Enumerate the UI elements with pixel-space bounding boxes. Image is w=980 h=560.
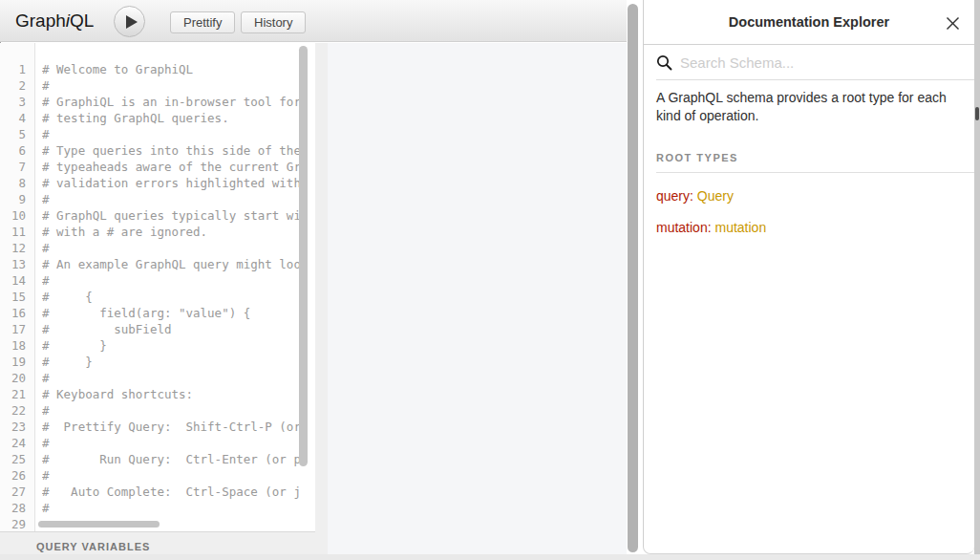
line-number: 25 [0,451,34,467]
editor-line[interactable]: # Keyboard shortcuts: [42,386,299,402]
line-number: 17 [0,321,34,337]
play-icon [126,15,138,29]
prettify-button[interactable]: Prettify [170,11,235,33]
line-number: 28 [0,500,34,516]
editor-line[interactable]: # Welcome to GraphiQL [42,61,299,77]
line-number: 14 [0,272,34,289]
editor-vertical-scrollbar[interactable] [299,46,308,466]
editor-line[interactable]: # [42,435,299,451]
toolbar: GraphiQL Prettify History [0,0,627,42]
line-number: 23 [0,419,34,435]
editor-line[interactable]: # validation errors highlighted within t… [42,175,299,191]
line-number: 11 [0,224,34,240]
query-editor-content[interactable]: # Welcome to GraphiQL## GraphiQL is an i… [42,43,299,531]
editor-line[interactable]: # typeaheads aware of the current GraphQ… [42,159,299,175]
page-scrollbar-thumb[interactable] [628,4,638,552]
editor-horizontal-scrollbar[interactable] [38,521,160,528]
editor-line[interactable]: # [42,500,299,516]
search-schema-input[interactable] [680,54,948,71]
editor-line[interactable]: # [42,402,299,419]
doc-explorer-title-bar: Documentation Explorer [644,0,974,45]
root-type-row: query: Query [656,188,962,205]
query-editor[interactable]: 1234567891011121314151617181920212223242… [0,43,315,531]
search-icon [656,54,672,71]
line-number: 20 [0,370,34,386]
documentation-explorer-panel: Documentation Explorer A GraphQL schema … [643,0,974,554]
editor-line[interactable]: # with a # are ignored. [42,224,299,240]
execute-query-button[interactable] [114,6,145,37]
graphiql-app: GraphiQL Prettify History 12345678910111… [0,0,627,560]
editor-line[interactable]: # [42,240,299,256]
root-type-link[interactable]: Query [697,188,734,204]
root-types-heading: ROOT TYPES [656,152,974,173]
doc-explorer-title: Documentation Explorer [729,14,889,30]
window-bottom-band [0,554,980,560]
root-type-keyword[interactable]: query [656,188,690,204]
window-scrollbar-track [974,0,980,554]
line-number: 21 [0,386,34,402]
line-number: 22 [0,402,34,419]
logo-text: QL [70,11,94,31]
root-type-keyword[interactable]: mutation [656,220,708,235]
editor-line[interactable]: # [42,77,299,94]
query-variables-title: QUERY VARIABLES [36,541,150,552]
editor-result-divider[interactable] [315,43,328,560]
line-number: 1 [0,61,34,77]
editor-line[interactable]: # [42,126,299,142]
root-types-list: query: Querymutation: mutation [656,188,962,236]
line-number: 5 [0,126,34,142]
line-number: 12 [0,240,34,256]
editor-line[interactable]: # GraphQL queries typically start with a… [42,207,299,224]
root-type-colon: : [690,188,697,204]
window-scrollbar-thumb[interactable] [975,107,979,120]
line-number: 19 [0,354,34,370]
editor-line[interactable]: # GraphiQL is an in-browser tool for wri… [42,94,299,110]
line-number: 2 [0,77,34,94]
root-type-link[interactable]: mutation [714,220,766,235]
close-icon [946,16,960,31]
graphiql-logo: GraphiQL [15,11,94,32]
line-number: 4 [0,110,34,126]
editor-line[interactable]: # } [42,354,299,370]
editor-line[interactable]: # { [42,289,299,305]
editor-line[interactable]: # Auto Complete: Ctrl-Space (or just sta… [42,484,299,500]
graphiql-window: GraphiQL Prettify History 12345678910111… [0,0,980,560]
doc-explorer-body: A GraphQL schema provides a root type fo… [644,80,974,236]
editor-line[interactable]: # [42,272,299,289]
line-number: 15 [0,289,34,305]
line-number: 26 [0,467,34,484]
line-number: 24 [0,435,34,451]
editor-line[interactable]: # Run Query: Ctrl-Enter (or press the pl… [42,451,299,467]
editor-line[interactable]: # testing GraphQL queries. [42,110,299,126]
line-number: 3 [0,94,34,110]
line-number: 13 [0,256,34,272]
line-number: 16 [0,305,34,321]
editor-line[interactable]: # An example GraphQL query might look li… [42,256,299,272]
schema-search-row [656,45,974,80]
line-number: 29 [0,516,34,531]
line-number: 10 [0,207,34,224]
logo-text: Graph [15,11,66,31]
editor-line[interactable]: # field(arg: "value") { [42,305,299,321]
editor-line[interactable]: # subField [42,321,299,337]
editor-line[interactable]: # Prettify Query: Shift-Ctrl-P (or press… [42,419,299,435]
line-number: 9 [0,191,34,207]
editor-line[interactable]: # } [42,337,299,354]
line-number: 8 [0,175,34,191]
editor-line[interactable]: # [42,467,299,484]
line-number: 18 [0,337,34,354]
editor-line[interactable]: # Type queries into this side of the scr… [42,142,299,159]
editor-line[interactable]: # [42,191,299,207]
line-number-gutter: 1234567891011121314151617181920212223242… [0,43,35,531]
history-button[interactable]: History [241,11,306,33]
root-type-row: mutation: mutation [656,220,962,236]
result-pane [328,43,627,560]
schema-description: A GraphQL schema provides a root type fo… [656,89,962,125]
line-number: 6 [0,142,34,159]
page-scrollbar-track [627,0,643,560]
editor-line[interactable]: # [42,370,299,386]
close-button[interactable] [942,12,963,33]
line-number: 7 [0,159,34,175]
line-number: 27 [0,484,34,500]
